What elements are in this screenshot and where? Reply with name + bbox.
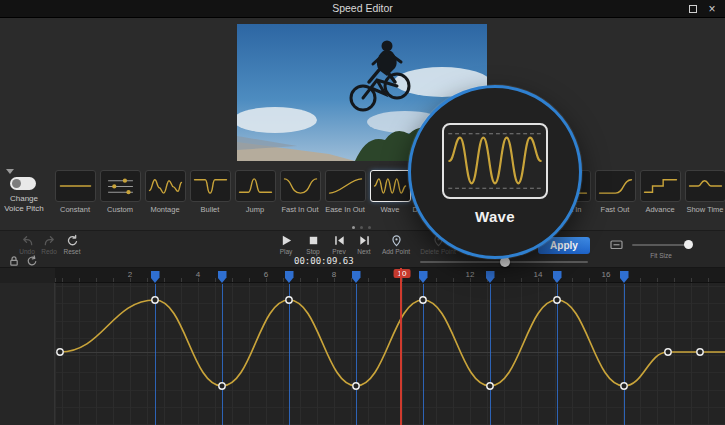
magnifier-callout: Wave	[408, 85, 582, 259]
next-icon	[358, 234, 371, 247]
ruler-tick: 6	[264, 270, 268, 279]
curve-control-point[interactable]	[57, 349, 63, 355]
close-icon: ×	[708, 3, 715, 15]
titlebar[interactable]: Speed Editor ×	[0, 0, 725, 18]
ruler-corner	[0, 268, 55, 283]
window-title: Speed Editor	[0, 2, 725, 14]
preset-label: Bullet	[188, 205, 233, 214]
preset-thumbnail[interactable]	[595, 170, 636, 202]
preset-custom[interactable]: Custom	[98, 170, 143, 214]
preset-thumbnail[interactable]	[190, 170, 231, 202]
preset-label: Fast Out	[593, 205, 638, 214]
preset-constant[interactable]: Constant	[53, 170, 98, 214]
preset-label: Wave	[368, 205, 413, 214]
magnifier-wave-curve	[444, 125, 546, 197]
preset-show-time[interactable]: Show Time	[683, 170, 725, 214]
pager-dot[interactable]	[360, 226, 363, 229]
ruler-tick: 12	[466, 270, 475, 279]
preset-thumbnail[interactable]	[685, 170, 725, 202]
curve-control-point[interactable]	[353, 383, 359, 389]
lock-icon[interactable]	[8, 255, 20, 267]
pager-dot[interactable]	[352, 226, 355, 229]
preset-thumbnail[interactable]	[235, 170, 276, 202]
curve-control-point[interactable]	[420, 297, 426, 303]
preset-thumbnail[interactable]	[100, 170, 141, 202]
fit-size-label: Fit Size	[628, 252, 694, 259]
preset-thumbnail[interactable]	[370, 170, 411, 202]
curve-control-point[interactable]	[621, 383, 627, 389]
zoom-out-icon[interactable]	[610, 238, 623, 251]
preset-label: Jump	[233, 205, 278, 214]
preset-label: Ease In Out	[323, 205, 368, 214]
preset-label: Montage	[143, 205, 188, 214]
maximize-icon	[689, 5, 697, 13]
curve-control-point[interactable]	[219, 383, 225, 389]
preset-ease-in-out[interactable]: Ease In Out	[323, 170, 368, 214]
redo-icon	[43, 234, 56, 247]
maximize-button[interactable]	[685, 2, 701, 16]
curve-editor-canvas[interactable]	[55, 283, 725, 425]
preset-thumbnail[interactable]	[280, 170, 321, 202]
prev-icon	[333, 234, 346, 247]
preset-montage[interactable]: Montage	[143, 170, 188, 214]
ruler-tick: 16	[602, 270, 611, 279]
preset-fast-in-out[interactable]: Fast In Out	[278, 170, 323, 214]
magnifier-label: Wave	[475, 208, 515, 225]
preset-label: Show Time	[683, 205, 725, 214]
preset-label: Advance	[638, 205, 683, 214]
play-icon	[280, 234, 293, 247]
magnifier-wave-thumbnail	[442, 123, 548, 199]
curve-control-point[interactable]	[554, 297, 560, 303]
preset-thumbnail[interactable]	[640, 170, 681, 202]
preset-strip: ConstantCustomMontageBulletJumpFast In O…	[0, 170, 725, 220]
curve-control-point[interactable]	[665, 349, 671, 355]
ruler-tick: 4	[196, 270, 200, 279]
preset-thumbnail[interactable]	[325, 170, 366, 202]
preset-thumbnail[interactable]	[55, 170, 96, 202]
ruler-tick: 8	[332, 270, 336, 279]
pager-dot[interactable]	[368, 226, 371, 229]
preset-fast-out[interactable]: Fast Out	[593, 170, 638, 214]
original-speed-line	[55, 352, 725, 353]
preset-label: Constant	[53, 205, 98, 214]
close-button[interactable]: ×	[704, 2, 720, 16]
preset-wave[interactable]: Wave	[368, 170, 413, 214]
curve-control-point[interactable]	[286, 297, 292, 303]
preset-advance[interactable]: Advance	[638, 170, 683, 214]
curve-control-point[interactable]	[697, 349, 703, 355]
add-point-icon	[390, 234, 403, 247]
timeline-zoom-knob[interactable]	[684, 240, 693, 249]
preset-label: Custom	[98, 205, 143, 214]
reset-button[interactable]: Reset	[55, 234, 89, 255]
preset-bullet[interactable]: Bullet	[188, 170, 233, 214]
curve-control-point[interactable]	[152, 297, 158, 303]
timecode-display: 00:00:09.63	[294, 256, 354, 266]
ruler-tick-current: 10	[394, 269, 411, 278]
timeline-zoom-slider[interactable]	[632, 244, 690, 246]
reset-icon	[66, 234, 79, 247]
speed-axis-gutter: 2X Original 1/2	[0, 283, 55, 425]
curve-control-point[interactable]	[487, 383, 493, 389]
preset-jump[interactable]: Jump	[233, 170, 278, 214]
preset-label: Fast In Out	[278, 205, 323, 214]
ruler-tick: 14	[534, 270, 543, 279]
preset-thumbnail[interactable]	[145, 170, 186, 202]
ruler-tick: 2	[128, 270, 132, 279]
stop-icon	[307, 234, 320, 247]
speed-editor-window: Speed Editor ×	[0, 0, 725, 425]
loop-icon[interactable]	[26, 255, 38, 267]
playhead[interactable]	[400, 268, 402, 425]
reset-label: Reset	[55, 248, 89, 255]
preset-pager-dots[interactable]	[352, 226, 371, 229]
